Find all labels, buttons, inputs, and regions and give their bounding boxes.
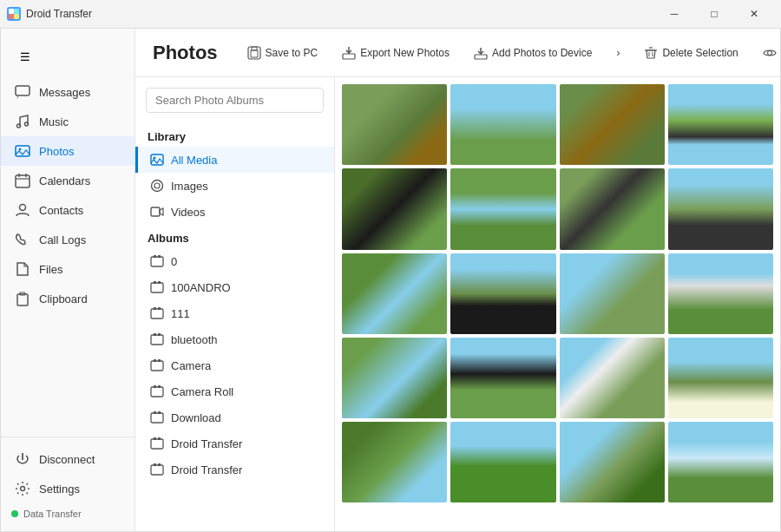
maximize-button[interactable]: □: [694, 0, 734, 28]
search-input[interactable]: [146, 88, 324, 113]
svg-point-5: [17, 124, 21, 128]
photo-6[interactable]: [450, 168, 555, 249]
add-photos-button[interactable]: Add Photos to Device: [465, 41, 601, 65]
sidebar-item-music[interactable]: Music: [1, 107, 135, 136]
svg-rect-52: [154, 437, 156, 440]
videos-label: Videos: [171, 206, 206, 219]
album-item-droid-transfer-2[interactable]: Droid Transfer: [135, 456, 334, 483]
status-label: Data Transfer: [23, 509, 82, 519]
album-icon-111: [150, 306, 164, 320]
status-dot: [11, 510, 18, 517]
sidebar-item-settings[interactable]: Settings: [1, 474, 135, 503]
window-controls: ─ □ ✕: [654, 0, 774, 28]
album-item-0[interactable]: 0: [135, 248, 334, 274]
svg-rect-4: [16, 86, 30, 95]
left-panel: Library All Media Images: [135, 77, 335, 531]
svg-point-27: [152, 181, 163, 192]
files-icon: [15, 261, 30, 277]
svg-rect-55: [154, 463, 156, 466]
album-icon-download: [150, 410, 164, 424]
svg-rect-36: [151, 309, 163, 319]
clipboard-icon: [15, 291, 30, 306]
messages-icon: [15, 84, 30, 100]
images-label: Images: [171, 180, 208, 193]
photo-16[interactable]: [668, 338, 773, 418]
album-item-100andro[interactable]: 100ANDRO: [135, 274, 334, 300]
photo-14[interactable]: [450, 338, 555, 418]
more-button[interactable]: ›: [607, 42, 628, 64]
photo-18[interactable]: [450, 422, 555, 502]
sidebar-item-calendars-label: Calendars: [39, 174, 90, 187]
photos-icon: [15, 143, 30, 159]
app-icon: [7, 7, 21, 21]
music-icon: [15, 114, 30, 129]
export-new-photos-label: Export New Photos: [360, 47, 450, 59]
sidebar-item-disconnect-label: Disconnect: [39, 453, 95, 466]
sidebar-item-calendars[interactable]: Calendars: [1, 166, 135, 195]
sidebar-item-disconnect[interactable]: Disconnect: [1, 444, 135, 474]
delete-selection-button[interactable]: Delete Selection: [635, 41, 746, 65]
photo-5[interactable]: [342, 168, 447, 249]
album-item-camera[interactable]: Camera: [135, 352, 334, 378]
save-to-pc-label: Save to PC: [266, 47, 318, 59]
save-to-pc-button[interactable]: Save to PC: [239, 41, 327, 65]
albums-title: Albums: [135, 225, 334, 248]
album-item-camera-roll[interactable]: Camera Roll: [135, 378, 334, 404]
photo-4[interactable]: [668, 84, 773, 165]
photo-12[interactable]: [668, 253, 773, 334]
svg-rect-29: [151, 207, 160, 216]
sidebar-item-photos[interactable]: Photos: [1, 136, 135, 166]
hamburger-menu[interactable]: ☰: [8, 39, 43, 74]
export-new-photos-button[interactable]: Export New Photos: [333, 41, 458, 65]
sidebar-item-contacts[interactable]: Contacts: [1, 195, 135, 225]
album-item-bluetooth[interactable]: bluetooth: [135, 326, 334, 352]
svg-rect-0: [9, 9, 14, 14]
preview-button[interactable]: Preview: [754, 41, 780, 65]
album-item-111[interactable]: 111: [135, 300, 334, 326]
sidebar-item-clipboard[interactable]: Clipboard: [1, 284, 135, 313]
photo-2[interactable]: [450, 84, 555, 165]
photo-11[interactable]: [560, 253, 665, 334]
photo-10[interactable]: [450, 253, 555, 334]
album-label-download: Download: [171, 411, 221, 424]
photo-17[interactable]: [342, 422, 447, 502]
photo-13[interactable]: [342, 338, 447, 418]
sidebar-item-messages[interactable]: Messages: [1, 77, 135, 107]
svg-point-26: [154, 157, 156, 160]
export-icon: [342, 46, 356, 60]
svg-point-13: [20, 205, 26, 211]
minimize-button[interactable]: ─: [654, 0, 694, 28]
sidebar-bottom: Disconnect Settings Data Transfer: [1, 437, 135, 531]
svg-rect-44: [158, 359, 161, 362]
svg-point-8: [19, 148, 22, 151]
delete-icon: [644, 46, 658, 60]
svg-rect-56: [158, 463, 161, 466]
svg-rect-41: [158, 333, 161, 336]
videos-icon: [150, 205, 164, 219]
photo-9[interactable]: [342, 253, 447, 334]
call-icon: [15, 232, 30, 247]
sidebar-item-call-logs[interactable]: Call Logs: [1, 225, 135, 254]
library-item-videos[interactable]: Videos: [135, 199, 334, 225]
svg-rect-30: [151, 257, 163, 266]
sidebar-item-files[interactable]: Files: [1, 254, 135, 284]
photo-8[interactable]: [668, 168, 773, 249]
album-item-droid-transfer-1[interactable]: Droid Transfer: [135, 430, 334, 456]
library-item-images[interactable]: Images: [135, 173, 334, 199]
photo-19[interactable]: [560, 422, 665, 502]
photo-1[interactable]: [342, 84, 447, 165]
close-button[interactable]: ✕: [734, 0, 774, 28]
svg-rect-34: [154, 281, 156, 284]
sidebar-item-settings-label: Settings: [39, 483, 80, 496]
svg-point-6: [25, 122, 29, 126]
photo-20[interactable]: [668, 422, 773, 502]
svg-rect-33: [151, 283, 163, 292]
calendar-icon: [15, 173, 30, 188]
photo-7[interactable]: [560, 168, 665, 249]
photo-3[interactable]: [560, 84, 665, 165]
library-item-all-media[interactable]: All Media: [135, 147, 334, 173]
photo-15[interactable]: [560, 338, 665, 418]
svg-rect-54: [151, 465, 163, 475]
page-title: Photos: [153, 42, 218, 64]
album-item-download[interactable]: Download: [135, 404, 334, 430]
